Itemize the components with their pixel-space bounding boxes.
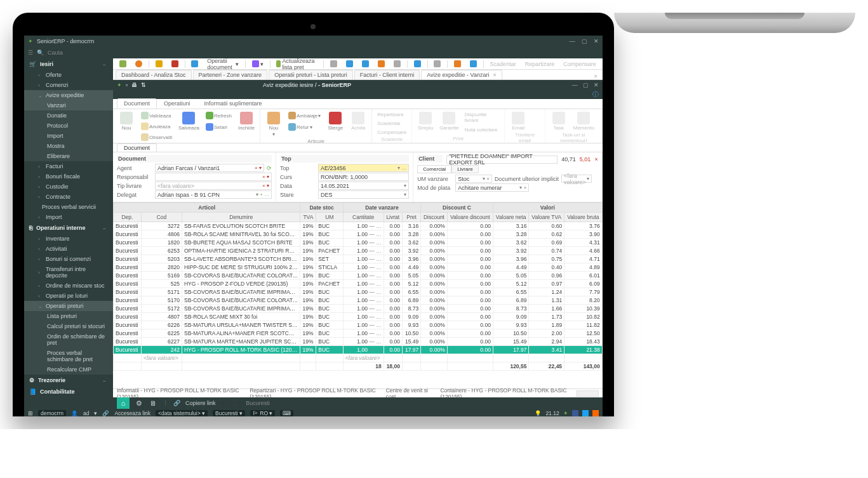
- rb-anul[interactable]: Anuleaza: [140, 121, 173, 131]
- tb-i8[interactable]: [467, 60, 479, 68]
- sidebar-cat-trez[interactable]: ⚙ Trezorerie–: [24, 375, 113, 386]
- sidebar-item-oppreturi[interactable]: ⌄Operatii preturi: [24, 301, 113, 311]
- tw-icon[interactable]: [582, 410, 589, 416]
- sidebar-item-activitati[interactable]: ›Activitati: [24, 244, 113, 254]
- sidebar-item-facturi[interactable]: ›Facturi: [24, 161, 113, 171]
- more-icon[interactable]: ⇅: [141, 82, 146, 88]
- status-win-icon[interactable]: ⊞: [28, 410, 33, 416]
- tb-attach[interactable]: [189, 60, 201, 68]
- sidebar-item-donatie[interactable]: Donatie: [24, 110, 113, 121]
- ribtab-info[interactable]: Informatii suplimentare: [197, 98, 269, 109]
- rb-achita[interactable]: Achita: [349, 110, 368, 132]
- tb-scad[interactable]: Scadentar: [488, 60, 519, 68]
- sidebar-item-transfer[interactable]: ›Transferuri intre depozite: [24, 264, 113, 281]
- rb-ambal[interactable]: Ambalaje▾: [287, 110, 322, 121]
- data-input[interactable]: 14.05.2021▾: [318, 182, 409, 190]
- status-bulb-icon[interactable]: 💡: [535, 410, 542, 416]
- grid[interactable]: Articol Date stoc Date vanzare Discount …: [113, 202, 603, 388]
- fb-icon[interactable]: [572, 410, 578, 416]
- plus-icon2[interactable]: +: [229, 400, 232, 406]
- rb-valid[interactable]: Valideaza: [140, 110, 173, 121]
- tb-actualizeaza[interactable]: Actualizeaza lista pret: [274, 58, 319, 71]
- top-input[interactable]: AE/23456▾ …: [318, 164, 409, 172]
- um-input[interactable]: Stoc▾ ×: [455, 175, 492, 183]
- sidebar-item-vanzari[interactable]: Vanzari: [24, 100, 113, 110]
- sidebar-item-avize[interactable]: ⌄Avize expeditie: [24, 90, 113, 100]
- tb-comp[interactable]: Compensare: [561, 60, 599, 68]
- sidebar-item-eliberare[interactable]: Eliberare: [24, 151, 113, 161]
- tab-parteneri[interactable]: Parteneri - Zone vanzare: [193, 70, 268, 79]
- tab-oppreturi[interactable]: Operatii preturi - Lista preturi: [269, 70, 353, 79]
- subtab-livrare[interactable]: Livrare: [451, 165, 478, 173]
- home-icon[interactable]: ⌂: [117, 397, 130, 409]
- sidebar-cat-contab[interactable]: 📘 Contabilitate: [24, 386, 113, 397]
- rb-refresh[interactable]: Refresh: [204, 110, 233, 121]
- sidebar-item-pvschimb[interactable]: Proces verbal schimbare de pret: [24, 348, 113, 364]
- doc-icon[interactable]: ▫: [126, 82, 128, 88]
- tb-link[interactable]: [328, 60, 340, 68]
- share-icon[interactable]: ✦: [117, 82, 122, 88]
- subtab-comercial[interactable]: Comercial: [417, 165, 451, 173]
- plus-icon3[interactable]: +: [237, 400, 241, 406]
- sidebar-item-recalc[interactable]: Recalculare CMP: [24, 364, 113, 375]
- tab-facturi[interactable]: Facturi - Client interni: [354, 70, 420, 79]
- gear-icon[interactable]: ⚙: [135, 399, 144, 408]
- rb-setari[interactable]: Setari: [204, 122, 233, 132]
- curs-input[interactable]: RON/BNR: 1,0000: [318, 173, 409, 181]
- ribtab-document[interactable]: Document: [117, 98, 157, 109]
- rb-obs[interactable]: Observatii: [140, 132, 173, 142]
- tb-repart[interactable]: Repartizare: [523, 60, 558, 68]
- inner-min-icon[interactable]: —: [572, 82, 578, 88]
- tb-operatii[interactable]: Operatii document ▾: [204, 58, 241, 71]
- delegat-input[interactable]: Adrian Ispas - B 91 CPN▾ + …: [155, 190, 272, 199]
- tb-i2[interactable]: [344, 60, 356, 68]
- sidebar-item-custodie[interactable]: ›Custodie: [24, 182, 113, 192]
- plus-icon[interactable]: +: [221, 400, 224, 406]
- tipliv-input[interactable]: <fara valoare>× ▾: [155, 182, 272, 190]
- tb-mail[interactable]: [431, 60, 443, 68]
- rb-inchide[interactable]: Inchide: [237, 110, 256, 132]
- sidebar-item-oferte[interactable]: ›Oferte: [24, 70, 113, 80]
- sidebar-item-listapret[interactable]: Lista preturi: [24, 311, 113, 321]
- tab-avize[interactable]: Avize expeditie - Vanzari×: [421, 70, 502, 79]
- ribtab-operatiuni[interactable]: Operatiuni: [157, 98, 197, 109]
- rb-sterge[interactable]: Sterge: [326, 110, 345, 132]
- print-icon[interactable]: 🖶: [131, 82, 137, 88]
- status-loc[interactable]: Bucuresti ▾: [213, 410, 245, 416]
- status-lang[interactable]: 🏳 RO ▾: [250, 410, 276, 416]
- status-date[interactable]: <data sistemului> ▾: [156, 410, 208, 416]
- minimize-icon[interactable]: —: [570, 38, 575, 44]
- tb-i4[interactable]: [375, 60, 387, 68]
- sidebar-item-import2[interactable]: ›Import: [24, 212, 113, 222]
- tb-star[interactable]: [133, 60, 145, 68]
- sidebar-item-import1[interactable]: Import: [24, 131, 113, 141]
- client-input[interactable]: "PIETRELE DOAMNEI" IMPORT EXPORT SRL: [446, 156, 558, 164]
- close-icon[interactable]: ✕: [594, 38, 599, 44]
- sidebar-item-bonuri2[interactable]: ›Bonuri si comenzi: [24, 254, 113, 264]
- sidebar-item-comenzi[interactable]: ›Comenzi: [24, 80, 113, 90]
- rb-nou2[interactable]: Nou▾: [264, 110, 283, 138]
- doc-icon2[interactable]: 🗎: [149, 399, 157, 408]
- rss-icon[interactable]: [592, 410, 599, 416]
- status-kb[interactable]: ⌨: [280, 410, 293, 416]
- sidebar-item-inventare[interactable]: ›Inventare: [24, 234, 113, 244]
- sidebar-item-loturi[interactable]: ›Operatii pe loturi: [24, 291, 113, 301]
- tab-close-icon[interactable]: ×: [493, 72, 496, 78]
- tb-del[interactable]: [169, 60, 181, 68]
- tb-i5[interactable]: [391, 60, 403, 68]
- sidebar-cat-operatiuni[interactable]: ⎘ Operatiuni interne –: [24, 222, 113, 234]
- sidebar-item-mostra[interactable]: Mostra: [24, 141, 113, 151]
- sidebar-item-ordine[interactable]: ›Ordine de miscare stoc: [24, 281, 113, 291]
- tb-new[interactable]: [117, 60, 129, 68]
- sidebar-item-protocol[interactable]: Protocol: [24, 121, 113, 131]
- maximize-icon[interactable]: ▢: [582, 38, 587, 44]
- rb-salv[interactable]: Salveaza: [177, 110, 201, 132]
- sidebar-item-bonuri[interactable]: ›Bonuri fiscale: [24, 171, 113, 182]
- subtab-document[interactable]: Document: [117, 143, 157, 152]
- tabs-close-all[interactable]: ×: [591, 73, 599, 79]
- client-clear-icon[interactable]: ×: [594, 156, 598, 163]
- tb-i6[interactable]: [411, 60, 424, 68]
- tb-edit[interactable]: [153, 60, 165, 68]
- tb-i7[interactable]: [451, 60, 464, 68]
- status-share-icon[interactable]: ✦: [563, 410, 568, 416]
